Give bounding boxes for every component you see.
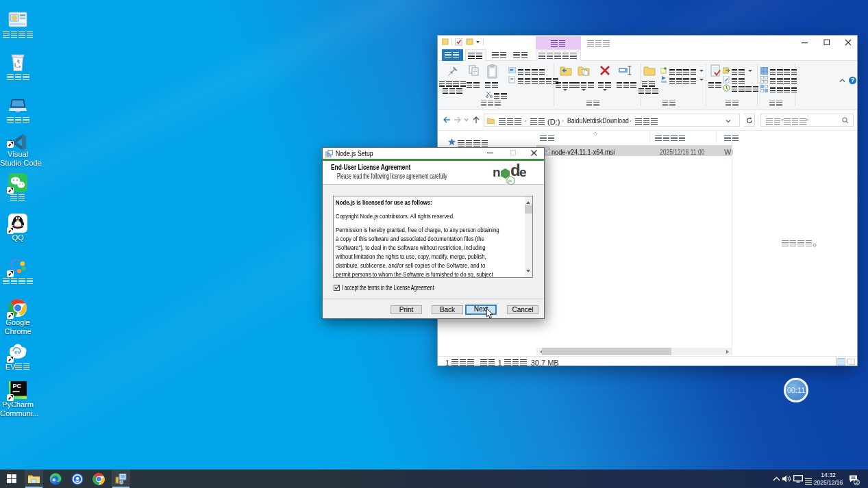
svg-text:PC: PC <box>13 383 22 389</box>
svg-text:js: js <box>508 179 512 183</box>
svg-text:ev: ev <box>14 349 21 355</box>
